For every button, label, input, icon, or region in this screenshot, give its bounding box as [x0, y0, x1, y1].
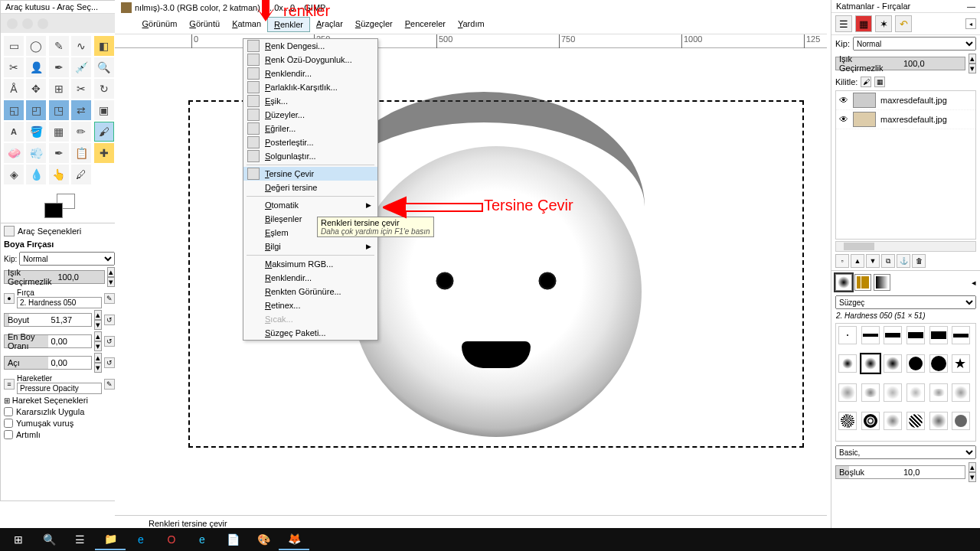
brush-item[interactable]	[838, 354, 857, 373]
tool-rect-select[interactable]: ▭	[4, 36, 24, 56]
brush-item[interactable]	[952, 326, 970, 344]
tool-shear[interactable]: ◰	[26, 100, 46, 120]
raise-layer-icon[interactable]: ▲	[851, 254, 864, 268]
smooth-checkbox[interactable]	[4, 419, 13, 428]
brush-preset-select[interactable]: Basic,	[835, 445, 976, 459]
tool-airbrush[interactable]: 💨	[26, 143, 46, 163]
tool-move[interactable]: ✥	[26, 79, 46, 99]
tool-bucket[interactable]: 🪣	[26, 122, 46, 142]
tool-paths[interactable]: ✒	[49, 57, 69, 77]
aspect-reset-icon[interactable]: ↺	[104, 336, 115, 347]
taskview-button[interactable]: ☰	[64, 529, 95, 550]
tool-scissors[interactable]: ✂	[4, 57, 24, 77]
tool-heal[interactable]: ✚	[94, 143, 114, 163]
tab-layers-icon[interactable]: ☰	[835, 15, 852, 32]
dynamics-icon[interactable]: ≡	[4, 379, 15, 390]
dynamics-edit-icon[interactable]: ✎	[104, 379, 115, 390]
tool-pencil[interactable]: ✏	[71, 122, 91, 142]
menu-suzgecler[interactable]: Süzgeçler	[349, 17, 399, 32]
lock-alpha-icon[interactable]: ▦	[874, 77, 885, 87]
pattern-tab-icon[interactable]	[854, 274, 871, 291]
brush-preview-icon[interactable]: ●	[4, 293, 15, 304]
menu-item[interactable]: Solgunlaştır...	[243, 149, 377, 163]
tool-zoom[interactable]: 🔍	[94, 57, 114, 77]
tool-color-select[interactable]: ◧	[94, 36, 114, 56]
brush-tab-icon[interactable]	[835, 274, 852, 291]
brush-item[interactable]	[952, 412, 970, 430]
brush-item[interactable]	[952, 354, 970, 373]
menu-item[interactable]: Otomatik▶	[243, 198, 377, 212]
brush-item[interactable]	[929, 354, 948, 373]
menu-item[interactable]: Parlaklık-Karşıtlık...	[243, 80, 377, 94]
menu-item[interactable]: Renkten Görünüre...	[243, 285, 377, 298]
brush-item[interactable]	[838, 383, 857, 402]
mode-select[interactable]: Normal	[19, 252, 115, 266]
anchor-layer-icon[interactable]: ⚓	[897, 254, 910, 268]
color-fg-bg[interactable]	[44, 194, 75, 217]
tab-paths-icon[interactable]: ✶	[875, 15, 892, 32]
angle-spin[interactable]: ▴▾	[94, 353, 102, 373]
new-layer-icon[interactable]: ▫	[835, 254, 849, 268]
tool-color-picker[interactable]: 💉	[71, 57, 91, 77]
brush-item[interactable]	[884, 354, 902, 373]
ie-button[interactable]: e	[187, 529, 217, 550]
brush-edit-icon[interactable]: ✎	[104, 293, 115, 304]
brush-filter-select[interactable]: Süzgeç	[835, 295, 976, 309]
menu-item[interactable]: Süzgeç Paketi...	[243, 326, 377, 340]
opacity-slider[interactable]: Işık Geçirmezlik 100,0	[4, 270, 105, 284]
menu-item[interactable]: Retinex...	[243, 298, 377, 312]
search-button[interactable]: 🔍	[34, 529, 64, 550]
menu-item[interactable]: Değeri tersine	[243, 181, 377, 194]
duplicate-layer-icon[interactable]: ⧉	[881, 254, 895, 268]
brush-item[interactable]	[861, 412, 880, 430]
aspect-slider[interactable]: En Boy Oranı0,00	[4, 334, 92, 348]
menu-item[interactable]: Düzeyler...	[243, 108, 377, 122]
brush-item[interactable]	[929, 412, 948, 430]
menu-pencereler[interactable]: Pencereler	[399, 17, 452, 32]
tool-ellipse-select[interactable]: ◯	[26, 36, 46, 56]
brush-item[interactable]	[929, 383, 948, 402]
tool-cage[interactable]: ▣	[94, 100, 114, 120]
tool-blend[interactable]: ▦	[49, 122, 69, 142]
menu-item[interactable]: Posterleştir...	[243, 135, 377, 149]
brush-item[interactable]	[906, 412, 925, 430]
brush-name-field[interactable]: 2. Hardness 050	[17, 297, 102, 308]
paint-button[interactable]: 🎨	[248, 529, 279, 550]
menu-item[interactable]: Maksimum RGB...	[243, 257, 377, 271]
layer-name[interactable]: maxresdefault.jpg	[880, 96, 947, 105]
brush-item[interactable]	[906, 354, 925, 373]
menu-item[interactable]: Renklendir...	[243, 271, 377, 285]
tab-undo-icon[interactable]: ↶	[895, 15, 912, 32]
brush-item[interactable]	[952, 383, 970, 402]
lower-layer-icon[interactable]: ▼	[866, 254, 880, 268]
layer-item[interactable]: 👁 maxresdefault.jpg	[836, 91, 975, 110]
lock-pixels-icon[interactable]: 🖌	[861, 77, 871, 87]
start-button[interactable]: ⊞	[3, 529, 34, 550]
tool-flip[interactable]: ⇄	[71, 100, 91, 120]
menu-goruntu[interactable]: Görüntü	[183, 17, 226, 32]
menu-item[interactable]: Bilgi▶	[243, 240, 377, 253]
brush-item[interactable]	[906, 326, 925, 344]
brush-item[interactable]	[929, 326, 948, 344]
size-spin[interactable]: ▴▾	[94, 310, 102, 330]
tool-measure[interactable]: Å	[4, 79, 24, 99]
brush-item[interactable]	[884, 383, 902, 402]
menu-item[interactable]: Renk Dengesi...	[243, 39, 377, 53]
tool-perspective-clone[interactable]: ◈	[4, 165, 24, 184]
size-slider[interactable]: Boyut51,37	[4, 313, 92, 327]
visibility-icon[interactable]: 👁	[839, 95, 848, 106]
jitter-checkbox[interactable]	[4, 407, 13, 416]
menu-yardim[interactable]: Yardım	[452, 17, 491, 32]
aspect-spin[interactable]: ▴▾	[94, 331, 102, 351]
menu-item[interactable]: Tersine Çevir	[243, 167, 377, 181]
explorer-button[interactable]: 📁	[95, 529, 126, 550]
incremental-checkbox[interactable]	[4, 430, 13, 439]
layer-name[interactable]: maxresdefault.jpg	[880, 115, 947, 124]
opera-button[interactable]: O	[156, 529, 187, 550]
tool-smudge[interactable]: 👆	[49, 165, 69, 184]
minimize-icon[interactable]: —	[967, 2, 975, 11]
spacing-slider[interactable]: Boşluk10,0	[835, 465, 965, 479]
tool-align[interactable]: ⊞	[49, 79, 69, 99]
brush-item[interactable]	[838, 412, 857, 430]
tool-ink[interactable]: ✒	[49, 143, 69, 163]
